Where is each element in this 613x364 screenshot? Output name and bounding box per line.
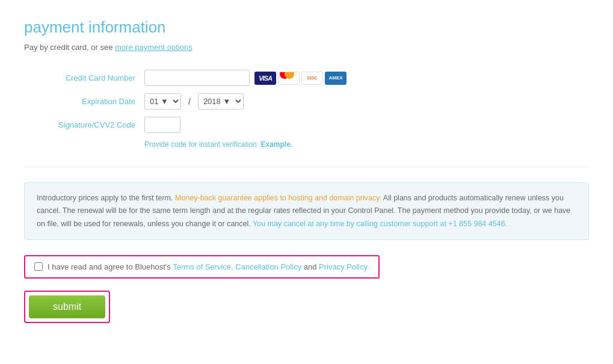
page-title: payment information [24, 18, 589, 37]
cvv-label: Signature/CVV2 Code [24, 120, 144, 129]
agree-section: I have read and agree to Bluehost's Term… [24, 255, 380, 279]
mastercard-icon [278, 72, 300, 85]
info-text-blue: You may cancel at any time by calling cu… [253, 220, 507, 228]
cancellation-link[interactable]: Cancellation Policy [235, 262, 301, 271]
visa-icon: VISA [254, 72, 276, 85]
expiration-field: 01 ▼ 02 03 04 05 06 07 08 09 10 11 12 / … [144, 93, 244, 110]
cvv-input[interactable] [144, 117, 180, 133]
terms-link[interactable]: Terms of Service, [173, 262, 233, 271]
more-payment-options-link[interactable]: more payment options [115, 43, 193, 52]
info-box: Introductory prices apply to the first t… [24, 182, 589, 240]
expiration-row: Expiration Date 01 ▼ 02 03 04 05 06 07 0… [24, 93, 589, 110]
privacy-link[interactable]: Privacy Policy. [319, 262, 369, 271]
expiration-year-select[interactable]: 2018 ▼ 2019 2020 2021 2022 2023 2024 202… [198, 93, 244, 110]
cvv-example-link[interactable]: Example. [260, 140, 292, 149]
cvv-hint: Provide code for instant verification. E… [144, 140, 589, 149]
submit-button[interactable]: submit [29, 295, 105, 318]
agree-label: I have read and agree to Bluehost's Term… [48, 262, 369, 271]
info-text-orange: Money-back guarantee applies to hosting … [175, 194, 381, 202]
discover-icon: DISC [301, 72, 323, 85]
credit-card-input[interactable] [144, 70, 250, 86]
credit-card-row: Credit Card Number VISA DISC AMEX [24, 70, 589, 86]
cvv-field [144, 117, 180, 133]
expiration-label: Expiration Date [24, 97, 144, 106]
card-icons: VISA DISC AMEX [254, 72, 347, 85]
expiry-separator: / [188, 97, 191, 106]
subtitle: Pay by credit card, or see more payment … [24, 43, 589, 52]
expiration-month-select[interactable]: 01 ▼ 02 03 04 05 06 07 08 09 10 11 12 [144, 93, 181, 110]
credit-card-field: VISA DISC AMEX [144, 70, 347, 86]
cvv-row: Signature/CVV2 Code [24, 117, 589, 133]
payment-form: Credit Card Number VISA DISC AMEX Expira… [24, 70, 589, 149]
submit-wrapper: submit [24, 291, 110, 323]
credit-card-label: Credit Card Number [24, 73, 144, 82]
divider [24, 167, 589, 167]
agree-checkbox[interactable] [34, 262, 43, 271]
info-text-part1: Introductory prices apply to the first t… [37, 194, 173, 202]
amex-icon: AMEX [325, 72, 347, 85]
